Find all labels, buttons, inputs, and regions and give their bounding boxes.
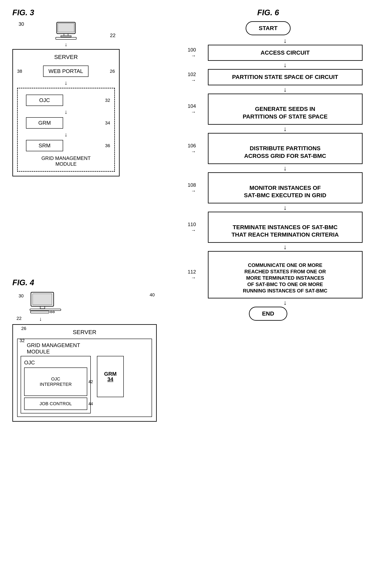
step-108: MONITOR INSTANCES OF SAT-BMC EXECUTED IN… <box>208 172 363 204</box>
arrow-110-112: ↓ <box>199 244 371 250</box>
web-portal-box: WEB PORTAL <box>43 66 89 77</box>
step-100: ACCESS CIRCUIT <box>208 45 363 61</box>
job-control-box: JOB CONTROL 44 <box>24 398 87 410</box>
end-oval: END <box>249 307 287 321</box>
grm-label-fig3: GRM <box>38 120 51 126</box>
flow-row-112: 112 → COMMUNICATE ONE OR MORE REACHED ST… <box>182 251 371 298</box>
step-112: COMMUNICATE ONE OR MORE REACHED STATES F… <box>208 251 363 298</box>
svg-rect-9 <box>31 311 49 313</box>
ref-106: 106 → <box>182 143 196 154</box>
server-label-fig4: SERVER <box>17 329 152 336</box>
ref-36-fig3: 36 <box>105 143 110 148</box>
arrow-to-server: ↓ <box>12 42 120 47</box>
arrow-to-server4: ↓ <box>39 316 42 322</box>
grm-label-fig4: GRM 34 <box>104 371 117 382</box>
ref-30: 30 <box>19 21 24 27</box>
ref-104: 104 → <box>182 103 196 115</box>
arrow3-fig3: ↓ <box>22 132 110 137</box>
flow-row-106: 106 → DISTRIBUTE PARTITIONS ACROSS GRID … <box>182 133 371 164</box>
computer-icon-fig3 <box>54 21 78 40</box>
ref-110: 110 → <box>182 222 196 233</box>
svg-rect-7 <box>40 306 45 309</box>
ref-34-fig3: 34 <box>105 120 110 126</box>
ojc-label-fig3: OJC <box>39 97 50 103</box>
ref-44-fig4: 44 <box>89 401 93 406</box>
ref-112: 112 → <box>182 269 196 281</box>
step-110: TERMINATE INSTANCES OF SAT-BMC THAT REAC… <box>208 212 363 243</box>
arrow-102-104: ↓ <box>199 86 371 93</box>
ojc-box-fig3: OJC <box>26 95 63 106</box>
step-104: GENERATE SEEDS IN PARTITIONS OF STATE SP… <box>208 94 363 125</box>
arrow-100-102: ↓ <box>199 62 371 68</box>
fig3-title: FIG. 3 <box>12 8 120 17</box>
grid-mgmt-label-fig4: GRID MANAGEMENT MODULE <box>27 342 148 355</box>
flow-row-108: 108 → MONITOR INSTANCES OF SAT-BMC EXECU… <box>182 172 371 204</box>
grid-mgmt-box-fig4: 32 GRID MANAGEMENT MODULE OJC OJC INTERP… <box>17 339 152 417</box>
ref-22-fig4: 22 <box>16 316 21 321</box>
ref-26-fig4: 26 <box>21 326 26 331</box>
fig6-title: FIG. 6 <box>165 8 371 17</box>
grm-box-fig3: GRM <box>26 117 63 128</box>
svg-point-10 <box>50 311 52 313</box>
svg-point-11 <box>53 311 54 313</box>
svg-rect-4 <box>56 37 76 39</box>
arrow-start: ↓ <box>199 37 371 44</box>
start-oval: START <box>246 21 291 35</box>
fig3: FIG. 3 30 22 ↓ SERVER <box>12 8 120 176</box>
arrow-108-110: ↓ <box>199 204 371 211</box>
fig4-title: FIG. 4 <box>12 278 157 287</box>
ref-102: 102 → <box>182 72 196 83</box>
fig6: FIG. 6 START ↓ 100 → ACCESS CIRCUIT ↓ 10… <box>165 8 371 323</box>
ref-42-fig4: 42 <box>89 379 93 384</box>
ref-108: 108 → <box>182 182 196 194</box>
svg-rect-3 <box>61 36 71 37</box>
flow-row-110: 110 → TERMINATE INSTANCES OF SAT-BMC THA… <box>182 212 371 243</box>
arrow1-fig3: ↓ <box>17 80 115 86</box>
fig4: FIG. 4 30 40 22 ↓ <box>12 278 157 422</box>
web-portal-label: WEB PORTAL <box>49 68 83 74</box>
flow-start: START <box>165 21 371 35</box>
flow-row-104: 104 → GENERATE SEEDS IN PARTITIONS OF ST… <box>182 94 371 125</box>
server-label-fig3: SERVER <box>17 54 115 60</box>
svg-rect-1 <box>58 23 74 32</box>
srm-label-fig3: SRM <box>39 142 50 149</box>
ref-22-fig3: 22 <box>110 33 115 38</box>
step-102: PARTITION STATE SPACE OF CIRCUIT <box>208 69 363 85</box>
arrow-106-108: ↓ <box>199 165 371 171</box>
ref-32-fig3: 32 <box>105 98 110 103</box>
grm-box-fig4: GRM 34 <box>97 356 124 397</box>
ojc-grm-row: OJC OJC INTERPRETER 42 JOB CONTROL 44 <box>21 356 148 414</box>
srm-box-fig3: SRM <box>26 140 63 151</box>
flow-end: END <box>165 307 371 321</box>
grid-mgmt-label: GRID MANAGEMENT MODULE <box>22 155 110 167</box>
ref-26-fig3: 26 <box>110 69 115 74</box>
flow-row-102: 102 → PARTITION STATE SPACE OF CIRCUIT <box>182 69 371 85</box>
ref-32-fig4: 32 <box>20 338 25 343</box>
svg-rect-6 <box>33 294 52 305</box>
ref-100: 100 → <box>182 47 196 59</box>
arrow2-fig3: ↓ <box>22 109 110 115</box>
flow-row-100: 100 → ACCESS CIRCUIT <box>182 45 371 61</box>
ref-40-fig4: 40 <box>150 292 155 298</box>
ojc-interpreter-box: OJC INTERPRETER 42 <box>24 368 87 396</box>
server-box-fig3: SERVER 38 WEB PORTAL 26 ↓ OJC 32 ↓ <box>12 49 120 176</box>
dashed-box-fig3: OJC 32 ↓ GRM 34 ↓ SRM 36 <box>17 88 115 172</box>
ref-30-fig4: 30 <box>19 293 24 299</box>
ojc-box-fig4: OJC OJC INTERPRETER 42 JOB CONTROL 44 <box>21 356 91 414</box>
step-106: DISTRIBUTE PARTITIONS ACROSS GRID FOR SA… <box>208 133 363 164</box>
arrow-104-106: ↓ <box>199 126 371 132</box>
ojc-label-fig4: OJC <box>24 359 87 366</box>
svg-rect-8 <box>30 309 61 311</box>
arrow-112-end: ↓ <box>199 299 371 306</box>
server-box-fig4: 26 SERVER 32 GRID MANAGEMENT MODULE OJC <box>12 324 157 422</box>
computer-icon-fig4 <box>29 291 62 314</box>
ref-38: 38 <box>17 69 22 74</box>
